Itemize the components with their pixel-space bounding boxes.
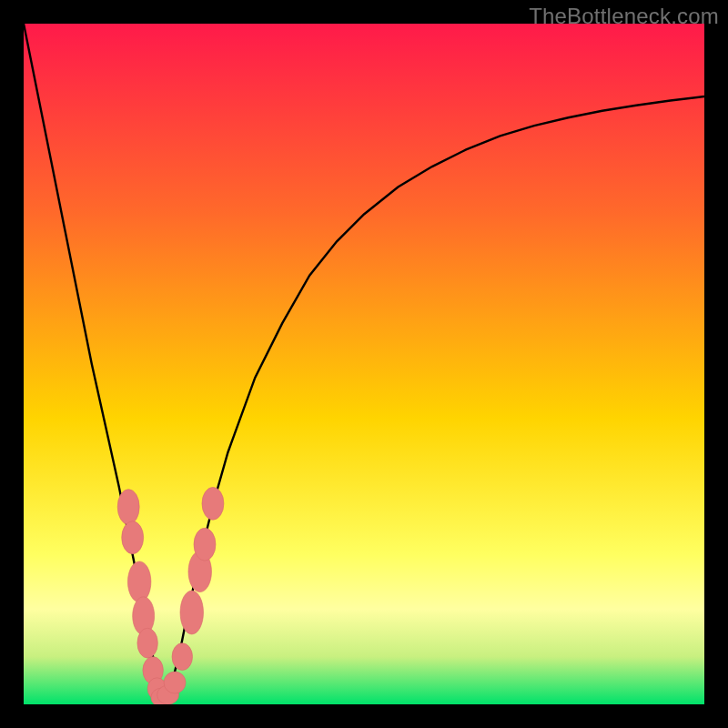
curve-marker bbox=[194, 528, 216, 561]
curve-marker bbox=[172, 643, 192, 671]
curve-marker bbox=[202, 487, 224, 520]
curve-marker bbox=[164, 672, 186, 693]
chart-frame bbox=[24, 24, 704, 704]
curve-marker bbox=[137, 628, 157, 658]
curve-marker bbox=[122, 521, 144, 554]
bottleneck-chart bbox=[24, 24, 704, 704]
heat-gradient-bg bbox=[24, 24, 704, 704]
curve-marker bbox=[180, 591, 203, 634]
watermark-text: TheBottleneck.com bbox=[529, 4, 719, 29]
curve-marker bbox=[117, 490, 139, 525]
curve-marker bbox=[127, 561, 150, 602]
